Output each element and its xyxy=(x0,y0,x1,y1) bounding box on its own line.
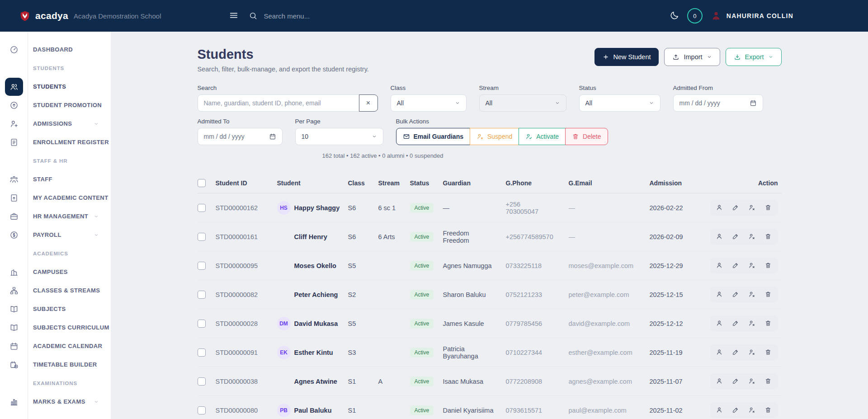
clear-search-button[interactable]: × xyxy=(359,94,378,112)
guardian-email-cell: — xyxy=(569,222,650,251)
sidebar-item-label: SUBJECTS CURRICULUM xyxy=(33,324,109,331)
delete-student-button[interactable] xyxy=(764,320,772,327)
edit-button[interactable] xyxy=(732,406,740,414)
edit-button[interactable] xyxy=(732,233,740,240)
row-checkbox[interactable] xyxy=(198,262,206,270)
suspend-student-button[interactable] xyxy=(748,406,756,414)
class-select[interactable]: All xyxy=(391,94,467,112)
dark-mode-toggle[interactable] xyxy=(670,10,679,22)
sidebar-item-marks-exams[interactable]: MARKS & EXAMS xyxy=(0,392,111,411)
sidebar-item-subjects[interactable]: SUBJECTS xyxy=(0,300,111,318)
export-button[interactable]: Export xyxy=(726,48,782,66)
status-cell: Active xyxy=(410,396,443,419)
stream-select[interactable]: All xyxy=(479,94,566,112)
view-profile-button[interactable] xyxy=(716,320,723,327)
admitted-to-date-input[interactable]: mm / dd / yyyy xyxy=(198,128,283,145)
sidebar-item-label: STUDENTS xyxy=(33,83,66,90)
delete-student-button[interactable] xyxy=(764,291,772,298)
sidebar-item-academic-calendar[interactable]: ACADEMIC CALENDAR xyxy=(0,337,111,355)
edit-button[interactable] xyxy=(732,377,740,385)
view-profile-button[interactable] xyxy=(716,406,723,414)
status-select[interactable]: All xyxy=(579,94,660,112)
sidebar-item-payroll[interactable]: PAYROLL xyxy=(0,226,111,244)
row-checkbox[interactable] xyxy=(198,204,206,212)
sidebar-item-staff[interactable]: STAFF xyxy=(0,170,111,188)
suspend-student-button[interactable] xyxy=(748,348,756,356)
student-cell: PBPaul Baluku xyxy=(277,396,348,419)
sidebar-item-admissions[interactable]: ADMISSIONS xyxy=(0,114,111,133)
row-checkbox[interactable] xyxy=(198,377,206,386)
row-checkbox[interactable] xyxy=(198,291,206,299)
view-profile-button[interactable] xyxy=(716,262,723,269)
sidebar-item-student-promotion[interactable]: STUDENT PROMOTION xyxy=(0,96,111,114)
new-student-button[interactable]: New Student xyxy=(594,48,659,66)
sidebar-item-timetable-builder[interactable]: TIMETABLE BUILDER xyxy=(0,355,111,374)
brand[interactable]: acadya xyxy=(19,10,68,22)
select-all-checkbox[interactable] xyxy=(198,179,206,187)
student-cell: Agnes Atwine xyxy=(277,367,348,396)
sidebar-nav: DASHBOARDSTUDENTSSTUDENTSSTUDENT PROMOTI… xyxy=(0,32,111,419)
sidebar-item-campuses[interactable]: CAMPUSES xyxy=(0,263,111,281)
suspend-button[interactable]: Suspend xyxy=(470,128,519,145)
sidebar-item-label: CAMPUSES xyxy=(33,268,68,275)
suspend-student-icon xyxy=(748,291,755,298)
user-menu[interactable]: NAHURIRA COLLIN xyxy=(710,10,793,22)
calendar-icon xyxy=(750,99,757,107)
delete-student-button[interactable] xyxy=(764,348,772,356)
sidebar-item-subjects-curriculum[interactable]: SUBJECTS CURRICULUM xyxy=(0,318,111,337)
chevron-down-icon xyxy=(707,54,712,60)
delete-student-button[interactable] xyxy=(764,406,772,414)
sidebar-item-enrollment-register[interactable]: ENROLLMENT REGISTER xyxy=(0,133,111,151)
edit-button[interactable] xyxy=(732,262,740,269)
sidebar-item-label: MARKS & EXAMS xyxy=(33,398,85,405)
sidebar-item-hr-management[interactable]: HR MANAGEMENT xyxy=(0,207,111,226)
edit-icon xyxy=(732,377,739,385)
view-profile-button[interactable] xyxy=(716,233,723,240)
per-page-select[interactable]: 10 xyxy=(295,128,383,145)
edit-button[interactable] xyxy=(732,291,740,298)
brand-name: acadya xyxy=(35,10,68,21)
view-profile-button[interactable] xyxy=(716,291,723,298)
suspend-student-button[interactable] xyxy=(748,262,756,269)
suspend-student-button[interactable] xyxy=(748,291,756,298)
delete-student-button[interactable] xyxy=(764,377,772,385)
activate-button[interactable]: Activate xyxy=(519,128,566,145)
status-badge: Active xyxy=(410,348,434,358)
delete-student-button[interactable] xyxy=(764,262,772,269)
menu-search-input[interactable] xyxy=(264,12,372,20)
search-input[interactable] xyxy=(198,94,359,112)
delete-student-button[interactable] xyxy=(764,233,772,240)
hamburger-menu-button[interactable] xyxy=(229,10,239,22)
view-profile-button[interactable] xyxy=(716,348,723,356)
sidebar-item-classes-streams[interactable]: CLASSES & STREAMS xyxy=(0,281,111,300)
row-checkbox[interactable] xyxy=(198,320,206,328)
sidebar-item-students[interactable]: STUDENTS xyxy=(0,77,111,96)
admitted-from-date-input[interactable]: mm / dd / yyyy xyxy=(673,94,763,112)
suspend-student-icon xyxy=(748,377,755,385)
view-profile-button[interactable] xyxy=(716,204,723,212)
delete-student-button[interactable] xyxy=(764,204,772,212)
suspend-student-button[interactable] xyxy=(748,320,756,327)
email-guardians-button[interactable]: Email Guardians xyxy=(396,128,470,145)
row-checkbox[interactable] xyxy=(198,348,206,357)
delete-button[interactable]: Delete xyxy=(565,128,608,145)
sidebar-item-dashboard[interactable]: DASHBOARD xyxy=(0,40,111,59)
sidebar-item-label: PAYROLL xyxy=(33,231,61,238)
book-icon xyxy=(9,305,19,314)
stream-cell: 6 Arts xyxy=(378,222,410,251)
view-profile-button[interactable] xyxy=(716,377,723,385)
row-checkbox[interactable] xyxy=(198,233,206,241)
row-checkbox[interactable] xyxy=(198,406,206,414)
action-cell xyxy=(715,222,782,251)
suspend-student-button[interactable] xyxy=(748,204,756,212)
dashboard-icon xyxy=(9,45,19,54)
notification-count-badge[interactable]: 0 xyxy=(687,8,703,24)
sidebar-item-label: CLASSES & STREAMS xyxy=(33,287,100,294)
edit-button[interactable] xyxy=(732,348,740,356)
edit-button[interactable] xyxy=(732,204,740,212)
import-button[interactable]: Import xyxy=(664,48,720,66)
suspend-student-button[interactable] xyxy=(748,377,756,385)
suspend-student-button[interactable] xyxy=(748,233,756,240)
sidebar-item-my-academic-content[interactable]: MY ACADEMIC CONTENT xyxy=(0,188,111,207)
edit-button[interactable] xyxy=(732,320,740,327)
